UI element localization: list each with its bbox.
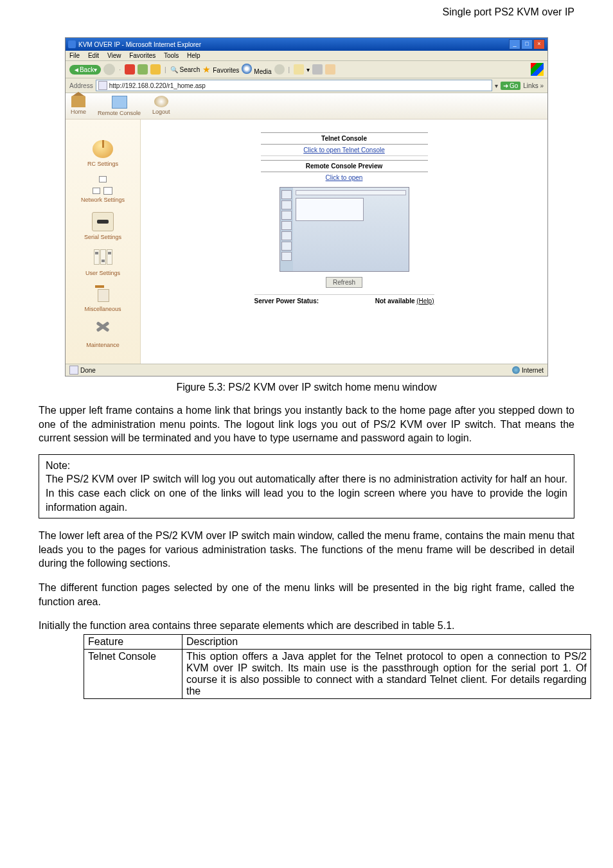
app-top-nav: Home Remote Console Logout — [66, 93, 547, 120]
refresh-button[interactable]: Refresh — [326, 277, 362, 288]
menu-tools[interactable]: Tools — [164, 52, 179, 59]
forward-button[interactable] — [103, 64, 115, 75]
paragraph-3: The different function pages selected by… — [39, 581, 574, 608]
ie-icon — [68, 40, 76, 48]
header-text: Single port PS2 KVM over IP — [0, 0, 613, 24]
links-label[interactable]: Links » — [523, 82, 544, 89]
nav-remote[interactable]: Remote Console — [98, 96, 141, 116]
user-settings-icon — [93, 249, 113, 267]
power-label: Server Power Status: — [254, 297, 319, 305]
browser-screenshot: KVM OVER IP - Microsoft Internet Explore… — [65, 37, 548, 376]
ie-toolbar: ◄ Back ▾ · | 🔍Search ★Favorites Media | … — [66, 61, 547, 78]
paragraph-4: Initially the function area contains thr… — [39, 619, 574, 633]
td-feature: Telnet Console — [84, 649, 182, 698]
menu-file[interactable]: File — [69, 52, 80, 59]
misc-label: Miscellaneous — [68, 306, 138, 312]
address-label: Address — [69, 82, 93, 89]
power-status-row: Server Power Status: Not available (Help… — [254, 294, 434, 305]
preview-sidebar — [280, 188, 293, 271]
menu-help[interactable]: Help — [187, 52, 200, 59]
preview-main — [293, 188, 409, 271]
help-link[interactable]: (Help) — [416, 297, 434, 305]
feature-table: Feature Description Telnet Console This … — [84, 634, 591, 699]
window-title: KVM OVER IP - Microsoft Internet Explore… — [78, 41, 201, 48]
nav-logout[interactable]: Logout — [152, 96, 170, 116]
note-label: Note: — [46, 459, 567, 473]
search-button[interactable]: 🔍Search — [170, 66, 200, 73]
history-icon[interactable] — [274, 64, 285, 75]
sidebar-item-maint[interactable]: Maintenance — [68, 321, 138, 348]
home-icon[interactable] — [150, 64, 161, 75]
maintenance-icon — [93, 321, 113, 339]
refresh-icon[interactable] — [138, 64, 148, 75]
user-label: User Settings — [68, 270, 138, 276]
paragraph-2: The lower left area of the PS/2 KVM over… — [39, 529, 574, 571]
nav-logout-label: Logout — [152, 109, 170, 115]
menu-view[interactable]: View — [107, 52, 121, 59]
telnet-link[interactable]: Click to open Telnet Console — [261, 145, 428, 156]
th-feature: Feature — [84, 634, 182, 649]
status-zone: Internet — [522, 367, 544, 374]
nav-home[interactable]: Home — [71, 96, 86, 116]
ie-throbber-icon — [531, 63, 544, 76]
mail-icon[interactable] — [294, 64, 304, 75]
url-text: http://192.168.0.220/r1_home.asp — [109, 82, 206, 89]
rc-settings-icon — [93, 140, 113, 158]
separator: | — [289, 66, 290, 73]
sidebar-item-network[interactable]: Network Settings — [68, 176, 138, 203]
menu-edit[interactable]: Edit — [88, 52, 99, 59]
minimize-button[interactable]: _ — [509, 39, 520, 49]
url-dropdown[interactable]: ▾ — [495, 82, 498, 89]
th-description: Description — [182, 634, 591, 649]
home-nav-icon — [71, 96, 85, 107]
url-input[interactable]: http://192.168.0.220/r1_home.asp — [96, 80, 492, 91]
preview-title: Remote Console Preview — [261, 160, 428, 172]
rc-label: RC Settings — [68, 161, 138, 167]
network-settings-icon — [93, 176, 113, 194]
stop-icon[interactable] — [125, 64, 135, 75]
figure-caption: Figure 5.3: PS/2 KVM over IP switch home… — [39, 382, 574, 393]
sidebar-item-user[interactable]: User Settings — [68, 249, 138, 276]
browser-statusbar: Done Internet — [66, 364, 547, 376]
preview-link[interactable]: Click to open — [261, 172, 428, 183]
mail-dropdown[interactable]: ▾ — [306, 66, 310, 73]
separator: | — [164, 66, 166, 73]
logout-nav-icon — [154, 96, 168, 107]
table-row: Telnet Console This option offers a Java… — [84, 649, 591, 698]
sidebar-item-serial[interactable]: Serial Settings — [68, 212, 138, 240]
note-body: The PS/2 KVM over IP switch will log you… — [46, 472, 567, 514]
go-button[interactable]: ➜ Go — [501, 82, 520, 90]
internet-zone-icon — [512, 366, 520, 374]
edit-icon[interactable] — [325, 64, 335, 75]
table-row: Feature Description — [84, 634, 591, 649]
separator: · — [119, 66, 121, 73]
menu-bar: File Edit View Favorites Tools Help — [66, 51, 547, 61]
sidebar-item-rc[interactable]: RC Settings — [68, 140, 138, 167]
nav-home-label: Home — [71, 109, 86, 115]
misc-icon — [93, 285, 113, 303]
media-button[interactable]: Media — [242, 64, 271, 75]
function-area: Telnet Console Click to open Telnet Cons… — [141, 120, 547, 364]
favorites-button[interactable]: ★Favorites — [202, 64, 239, 75]
done-icon — [69, 366, 78, 375]
serial-settings-icon — [92, 212, 114, 231]
maximize-button[interactable]: □ — [521, 39, 533, 49]
serial-label: Serial Settings — [68, 234, 138, 240]
menu-favorites[interactable]: Favorites — [129, 52, 155, 59]
remote-nav-icon — [112, 96, 127, 109]
console-preview[interactable] — [280, 187, 409, 272]
telnet-title: Telnet Console — [261, 132, 428, 145]
print-icon[interactable] — [312, 64, 323, 75]
status-done: Done — [80, 367, 96, 374]
page-icon — [98, 81, 107, 90]
back-button[interactable]: ◄ Back ▾ — [69, 65, 101, 75]
power-value: Not available (Help) — [375, 297, 434, 305]
close-button[interactable]: × — [533, 39, 545, 49]
sidebar-item-misc[interactable]: Miscellaneous — [68, 285, 138, 312]
address-bar: Address http://192.168.0.220/r1_home.asp… — [66, 78, 547, 93]
network-label: Network Settings — [68, 197, 138, 203]
app-sidebar: RC Settings Network Settings Serial Sett… — [66, 120, 141, 364]
window-titlebar: KVM OVER IP - Microsoft Internet Explore… — [66, 38, 547, 51]
td-description: This option offers a Java applet for the… — [182, 649, 591, 698]
maint-label: Maintenance — [68, 342, 138, 348]
